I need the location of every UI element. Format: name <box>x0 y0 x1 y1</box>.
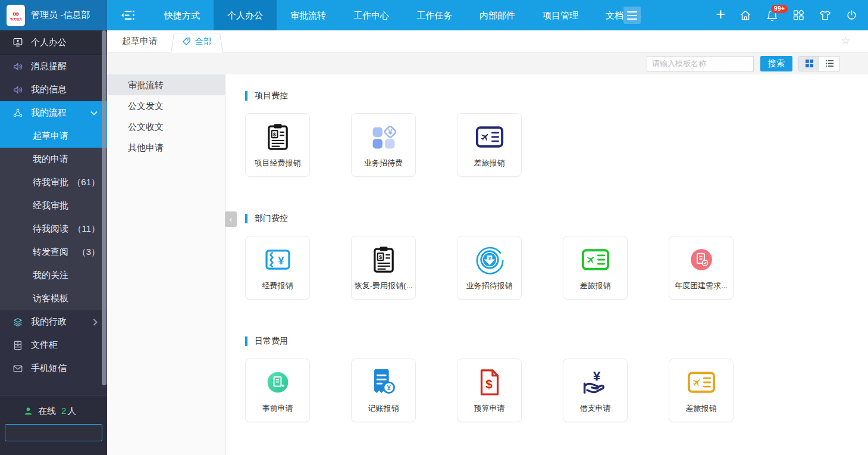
toolbar-strip: 搜索 <box>107 52 868 74</box>
template-grid-area: 项目费控 项目经费报销 ¥ <box>225 74 868 455</box>
sidebar-item-my-messages[interactable]: 我的信息 <box>0 78 107 101</box>
template-card[interactable]: 年度团建需求... <box>669 236 734 300</box>
sidebar-item-sms[interactable]: 手机短信 <box>0 357 107 380</box>
svg-text:¥: ¥ <box>388 127 393 136</box>
sidebar-subitem-draft-application[interactable]: 起草申请 <box>0 124 107 148</box>
card-label: 年度团建需求... <box>675 281 728 291</box>
template-card[interactable]: 项目经费报销 <box>245 113 310 177</box>
template-search-input[interactable] <box>647 56 754 71</box>
sidebar-scrollbar[interactable] <box>102 30 106 385</box>
template-card[interactable]: ¥ 借支申请 <box>563 359 628 422</box>
list-view-icon[interactable] <box>819 57 839 71</box>
sidebar-subitem-pending-my-reading[interactable]: 待我阅读 （11） <box>0 217 107 241</box>
favorite-star-icon[interactable]: ☆ <box>841 35 850 48</box>
template-card[interactable]: ¥ 业务招待费 <box>351 113 416 177</box>
notification-badge: 99+ <box>771 5 788 13</box>
travel-ticket-green-icon <box>580 244 611 275</box>
sidebar-item-label: 文件柜 <box>31 339 58 351</box>
forwarded-review-count: （3） <box>77 247 100 258</box>
template-card[interactable]: 差旅报销 <box>563 236 628 300</box>
sidebar-item-message-alerts[interactable]: 消息提醒 <box>0 55 107 78</box>
notifications-bell-icon[interactable]: 99+ <box>766 9 779 22</box>
home-icon[interactable] <box>739 9 752 22</box>
nav-item-internal-mail[interactable]: 内部邮件 <box>466 0 529 30</box>
nav-item-work-tasks[interactable]: 工作任务 <box>403 0 466 30</box>
add-icon[interactable]: + <box>716 7 725 23</box>
category-approval-flow[interactable]: 审批流转 <box>107 74 225 95</box>
sidebar-item-label: 转发查阅 <box>33 247 68 258</box>
svg-text:¥: ¥ <box>278 254 284 267</box>
logout-power-icon[interactable] <box>845 9 858 21</box>
budget-doc-red-icon: $ <box>474 367 505 398</box>
card-row: 项目经费报销 ¥ 业务招待费 差旅报销 <box>245 113 868 177</box>
sidebar-item-personal-office[interactable]: 个人办公 <box>0 30 107 55</box>
sidebar-item-label: 起草申请 <box>33 130 68 142</box>
template-card[interactable]: 差旅报销 <box>669 359 734 422</box>
sidebar-item-label: 我的信息 <box>31 84 67 95</box>
clipboard-dollar-icon <box>262 121 293 152</box>
logo-mark-icon: ∞ <box>12 10 19 17</box>
sidebar-item-file-cabinet[interactable]: 文件柜 <box>0 334 107 357</box>
doc-star-teal-icon: ★ <box>262 367 293 398</box>
pending-approval-count: （61） <box>72 177 100 188</box>
card-row: ★ 事前申请 ¥ 记账报销 <box>245 359 868 422</box>
template-card[interactable]: ¥ 经费报销 <box>245 236 310 300</box>
template-card[interactable]: 差旅报销 <box>457 113 522 177</box>
tab-all-label: 全部 <box>195 36 212 47</box>
main-nav: 快捷方式 个人办公 审批流转 工作中心 工作任务 内部邮件 项目管理 文档中心 <box>151 0 655 30</box>
template-card[interactable]: ¥ 业务招待报销 <box>457 236 522 300</box>
sidebar-item-label: 我的关注 <box>33 270 68 281</box>
card-row: ¥ 经费报销 恢复-费用报销(... <box>245 236 868 300</box>
nav-item-approval-flow[interactable]: 审批流转 <box>277 0 340 30</box>
sidebar-subitem-my-applications[interactable]: 我的申请 <box>0 148 107 171</box>
sidebar-item-label: 我的申请 <box>33 154 68 165</box>
nav-item-shortcuts[interactable]: 快捷方式 <box>151 0 214 30</box>
user-title: 管理员 -信息部 <box>31 10 90 21</box>
sidebar-item-my-administration[interactable]: 我的行政 <box>0 310 107 334</box>
sidebar-bottom-panel: 在线 2 人 <box>0 395 107 455</box>
sidebar-subitem-visitor-templates[interactable]: 访客模板 <box>0 287 107 310</box>
section-title-text: 项目费控 <box>255 91 288 101</box>
grid-view-icon[interactable] <box>799 57 819 71</box>
ticket-yen-icon: ¥ <box>262 244 293 275</box>
squares-yen-icon: ¥ <box>368 121 399 152</box>
hamburger-menu-icon[interactable] <box>623 7 641 24</box>
template-card[interactable]: 恢复-费用报销(... <box>351 236 416 300</box>
online-status: 在线 2 人 <box>0 403 107 419</box>
nav-item-personal-office[interactable]: 个人办公 <box>214 0 277 30</box>
circle-yen-down-icon: ¥ <box>474 244 505 275</box>
sidebar-item-label: 待我审批 <box>33 177 68 188</box>
card-label: 业务招待费 <box>364 158 403 169</box>
template-card[interactable]: $ 预算申请 <box>457 359 522 422</box>
apps-grid-icon[interactable] <box>792 9 805 21</box>
card-label: 项目经费报销 <box>255 158 301 169</box>
section-department-expense: 部门费控 ¥ 经费报销 恢复-费用报销(... <box>245 213 868 300</box>
template-card[interactable]: ¥ 记账报销 <box>351 359 416 422</box>
search-button[interactable]: 搜索 <box>760 56 792 71</box>
category-other-applications[interactable]: 其他申请 <box>107 137 225 158</box>
theme-shirt-icon[interactable] <box>819 9 832 22</box>
tab-all[interactable]: 全部 <box>171 30 223 52</box>
category-official-outgoing[interactable]: 公文发文 <box>107 95 225 116</box>
category-official-incoming[interactable]: 公文收文 <box>107 116 225 137</box>
sidebar-item-label: 我的流程 <box>31 107 67 119</box>
template-card[interactable]: ★ 事前申请 <box>245 359 310 422</box>
tag-icon <box>182 37 191 46</box>
sidebar-item-my-workflows[interactable]: 我的流程 <box>0 101 107 124</box>
sidebar-subitem-pending-my-approval[interactable]: 待我审批 （61） <box>0 171 107 194</box>
panel-collapse-handle[interactable]: ‹ <box>225 211 237 227</box>
sidebar-subitem-forwarded-review[interactable]: 转发查阅 （3） <box>0 241 107 264</box>
sidebar-item-label: 消息提醒 <box>31 61 67 72</box>
sidebar-search-input[interactable] <box>5 428 120 437</box>
receipt-yen-icon: ¥ <box>368 367 399 398</box>
card-label: 借支申请 <box>580 403 611 414</box>
nav-item-project-mgmt[interactable]: 项目管理 <box>529 0 592 30</box>
sidebar-subitem-my-follows[interactable]: 我的关注 <box>0 264 107 287</box>
nav-item-work-center[interactable]: 工作中心 <box>340 0 403 30</box>
card-label: 差旅报销 <box>686 403 717 414</box>
sidebar-subitem-approved-by-me[interactable]: 经我审批 <box>0 194 107 217</box>
collapse-menu-icon[interactable] <box>121 10 135 21</box>
card-label: 业务招待报销 <box>466 281 513 291</box>
travel-ticket-navy-icon <box>474 121 505 152</box>
sidebar-item-label: 访客模板 <box>33 293 68 304</box>
